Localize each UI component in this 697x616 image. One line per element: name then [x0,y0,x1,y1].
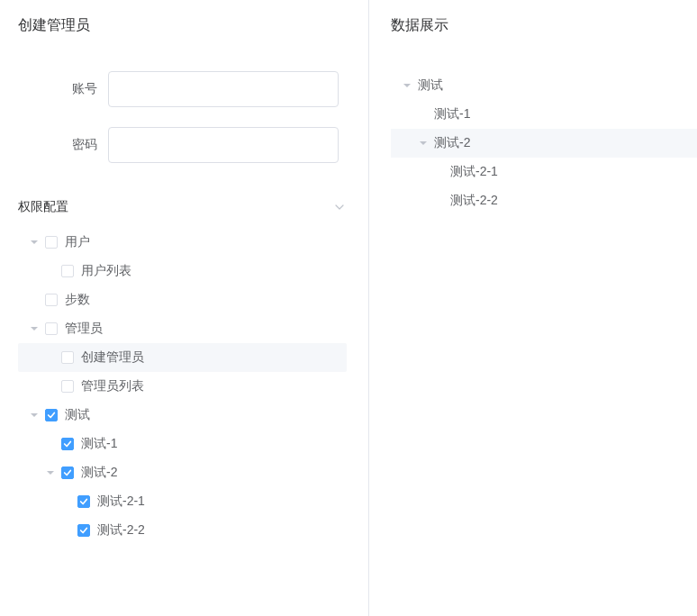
checkbox[interactable] [61,265,74,277]
tree-node-label: 测试 [418,77,443,94]
tree-node: 管理员创建管理员管理员列表 [18,314,347,401]
tree-node-row[interactable]: 用户列表 [18,257,347,285]
checkbox[interactable] [45,294,58,306]
tree-node: 测试测试-1测试-2测试-2-1测试-2-2 [18,401,347,545]
tree-node-row[interactable]: 创建管理员 [18,343,347,372]
tree-node-label: 管理员列表 [81,378,144,394]
tree-node-label: 测试 [65,407,90,423]
tree-node: 测试-2-1 [391,158,697,186]
tree-node: 测试测试-1测试-2测试-2-1测试-2-2 [391,71,697,215]
data-display-panel: 数据展示 测试测试-1测试-2测试-2-1测试-2-2 [369,0,697,616]
checkbox[interactable] [61,351,74,364]
tree-node-row[interactable]: 测试-2-1 [391,158,697,186]
data-tree: 测试测试-1测试-2测试-2-1测试-2-2 [391,71,697,215]
tree-children: 测试-1测试-2测试-2-1测试-2-2 [391,100,697,215]
tree-node-row[interactable]: 测试 [391,71,697,100]
tree-node: 测试-2-2 [391,186,697,215]
account-input[interactable] [108,71,339,107]
tree-node-row[interactable]: 用户 [18,228,347,257]
checkbox[interactable] [77,495,90,508]
panel-title: 数据展示 [391,16,697,35]
caret-icon[interactable] [23,238,45,247]
checkbox[interactable] [61,438,74,450]
tree-node-label: 测试-2 [434,135,470,151]
tree-node-label: 创建管理员 [81,349,144,366]
tree-node-row[interactable]: 管理员列表 [18,372,347,401]
tree-node: 测试-1 [391,100,697,129]
caret-icon[interactable] [429,168,450,177]
checkbox[interactable] [45,409,58,421]
tree-node: 管理员列表 [18,372,347,401]
tree-node-row[interactable]: 测试-2-2 [18,516,347,545]
tree-node-label: 步数 [65,292,90,308]
caret-icon[interactable] [56,526,77,535]
caret-icon[interactable] [23,295,45,304]
account-row: 账号 [18,71,347,107]
checkbox[interactable] [61,467,74,479]
tree-node-label: 管理员 [65,321,103,337]
caret-icon[interactable] [40,353,61,362]
caret-icon[interactable] [429,196,450,205]
tree-node: 用户用户列表 [18,228,347,285]
caret-icon[interactable] [412,139,434,148]
tree-children: 测试-2-1测试-2-2 [18,487,347,545]
tree-node: 测试-2测试-2-1测试-2-2 [18,458,347,545]
caret-icon[interactable] [412,110,434,119]
caret-icon[interactable] [396,81,418,90]
tree-node: 测试-2测试-2-1测试-2-2 [391,129,697,215]
account-label: 账号 [18,81,108,97]
tree-node-label: 用户 [65,234,90,250]
caret-icon[interactable] [40,468,61,477]
tree-node-row[interactable]: 步数 [18,285,347,314]
tree-node-label: 测试-2 [81,465,117,481]
tree-node-label: 测试-1 [434,106,470,122]
tree-node-row[interactable]: 测试-2 [18,458,347,487]
tree-node-row[interactable]: 测试-2-1 [18,487,347,516]
tree-node-row[interactable]: 测试-2 [391,129,697,158]
tree-node-row[interactable]: 测试-1 [391,100,697,129]
tree-node: 测试-2-1 [18,487,347,516]
caret-icon[interactable] [40,439,61,448]
tree-node-label: 测试-2-2 [450,193,498,209]
checkbox[interactable] [45,236,58,249]
tree-children: 测试-2-1测试-2-2 [391,158,697,215]
caret-icon[interactable] [23,411,45,420]
tree-node: 步数 [18,285,347,314]
password-label: 密码 [18,137,108,153]
tree-node: 创建管理员 [18,343,347,372]
caret-icon[interactable] [40,382,61,391]
checkbox[interactable] [61,380,74,393]
password-input[interactable] [108,127,339,163]
tree-node: 测试-1 [18,430,347,458]
panel-title: 创建管理员 [18,16,347,35]
create-admin-panel: 创建管理员 账号 密码 权限配置 用户用户列表步数管理员创建管理员管理员列表测试… [0,0,369,616]
caret-icon[interactable] [56,497,77,506]
caret-icon[interactable] [23,324,45,333]
checkbox[interactable] [77,524,90,537]
permission-tree: 用户用户列表步数管理员创建管理员管理员列表测试测试-1测试-2测试-2-1测试-… [18,228,347,545]
tree-node-label: 测试-1 [81,436,117,452]
tree-node-label: 测试-2-2 [97,522,145,539]
tree-children: 用户列表 [18,257,347,285]
tree-children: 创建管理员管理员列表 [18,343,347,401]
tree-node-row[interactable]: 测试 [18,401,347,430]
tree-node-label: 测试-2-1 [450,164,498,180]
chevron-down-icon [332,200,347,214]
tree-node-row[interactable]: 测试-2-2 [391,186,697,215]
checkbox[interactable] [45,322,58,335]
permission-section-header[interactable]: 权限配置 [18,199,347,215]
password-row: 密码 [18,127,347,163]
tree-node-row[interactable]: 测试-1 [18,430,347,458]
tree-node-label: 测试-2-1 [97,494,145,510]
tree-node: 用户列表 [18,257,347,285]
tree-node: 测试-2-2 [18,516,347,545]
tree-node-row[interactable]: 管理员 [18,314,347,343]
caret-icon[interactable] [40,267,61,276]
tree-children: 测试-1测试-2测试-2-1测试-2-2 [18,430,347,545]
permission-section-label: 权限配置 [18,199,68,215]
tree-node-label: 用户列表 [81,263,131,279]
